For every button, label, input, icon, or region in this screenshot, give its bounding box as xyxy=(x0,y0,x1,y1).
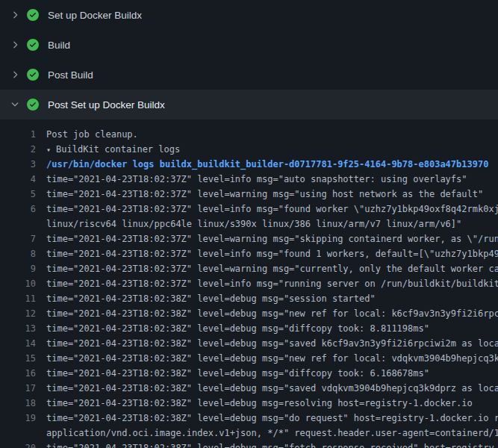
log-line: time="2021-04-23T18:02:37Z" level=info m… xyxy=(36,246,498,261)
line-number[interactable]: 1 xyxy=(0,127,36,142)
chevron-right-icon[interactable] xyxy=(9,39,21,51)
log-group-header[interactable]: ▾BuildKit container logs xyxy=(36,142,498,157)
log-line: time="2021-04-23T18:02:37Z" level=warnin… xyxy=(36,187,498,202)
line-number[interactable]: 4 xyxy=(0,172,36,187)
line-number[interactable]: 12 xyxy=(0,306,36,321)
check-circle-icon xyxy=(27,69,39,81)
log-row: 15time="2021-04-23T18:02:38Z" level=debu… xyxy=(0,351,498,366)
line-number[interactable]: 3 xyxy=(0,157,36,172)
log-row: 16time="2021-04-23T18:02:38Z" level=debu… xyxy=(0,366,498,381)
line-number[interactable]: 14 xyxy=(0,336,36,351)
line-number[interactable]: 8 xyxy=(0,246,36,261)
chevron-right-icon[interactable] xyxy=(9,9,21,21)
log-line: time="2021-04-23T18:02:38Z" level=debug … xyxy=(36,366,498,381)
log-line: time="2021-04-23T18:02:38Z" level=debug … xyxy=(36,321,498,336)
step-title: Post Build xyxy=(48,69,93,81)
log-row: 9time="2021-04-23T18:02:37Z" level=warni… xyxy=(0,261,498,276)
step-list: Set up Docker Buildx Build Post Build xyxy=(0,0,498,119)
line-number[interactable]: 2 xyxy=(0,142,36,157)
log-line: time="2021-04-23T18:02:37Z" level=info m… xyxy=(36,172,498,187)
line-number[interactable]: 13 xyxy=(0,321,36,336)
line-number[interactable]: 20 xyxy=(0,441,36,448)
check-circle-icon xyxy=(27,9,39,21)
log-line: time="2021-04-23T18:02:37Z" level=info m… xyxy=(36,202,498,217)
line-number[interactable]: 7 xyxy=(0,231,36,246)
log-line: time="2021-04-23T18:02:37Z" level=info m… xyxy=(36,276,498,291)
log-pane: 1Post job cleanup.2▾BuildKit container l… xyxy=(0,119,498,448)
line-number-gutter xyxy=(0,217,36,231)
log-row: application/vnd.oci.image.index.v1+json,… xyxy=(0,426,498,441)
line-number[interactable]: 11 xyxy=(0,291,36,306)
line-number[interactable]: 19 xyxy=(0,411,36,426)
line-number[interactable]: 16 xyxy=(0,366,36,381)
log-line: time="2021-04-23T18:02:38Z" level=debug … xyxy=(36,396,498,411)
group-expanded-icon[interactable]: ▾ xyxy=(46,143,51,157)
check-circle-icon xyxy=(27,39,39,51)
group-title: BuildKit container logs xyxy=(56,144,180,155)
line-number[interactable]: 17 xyxy=(0,381,36,396)
line-number[interactable]: 15 xyxy=(0,351,36,366)
log-row: 13time="2021-04-23T18:02:38Z" level=debu… xyxy=(0,321,498,336)
line-number[interactable]: 10 xyxy=(0,276,36,291)
log-row: 8time="2021-04-23T18:02:37Z" level=info … xyxy=(0,246,498,261)
step-title: Set up Docker Buildx xyxy=(48,10,142,21)
log-row: 5time="2021-04-23T18:02:37Z" level=warni… xyxy=(0,187,498,202)
log-line: time="2021-04-23T18:02:37Z" level=warnin… xyxy=(36,231,498,246)
step-header-build[interactable]: Build xyxy=(0,30,498,60)
chevron-down-icon[interactable] xyxy=(9,99,21,111)
step-header-post-set-up-docker-buildx[interactable]: Post Set up Docker Buildx xyxy=(0,90,498,119)
log-row: 7time="2021-04-23T18:02:37Z" level=warni… xyxy=(0,231,498,246)
log-row: 11time="2021-04-23T18:02:38Z" level=debu… xyxy=(0,291,498,306)
log-line: time="2021-04-23T18:02:38Z" level=debug … xyxy=(36,351,498,366)
step-header-set-up-docker-buildx[interactable]: Set up Docker Buildx xyxy=(0,0,498,30)
log-line: time="2021-04-23T18:02:38Z" level=debug … xyxy=(36,441,498,448)
step-title: Build xyxy=(48,40,70,51)
log-row: 20time="2021-04-23T18:02:38Z" level=debu… xyxy=(0,441,498,448)
log-row: 12time="2021-04-23T18:02:38Z" level=debu… xyxy=(0,306,498,321)
step-title: Post Set up Docker Buildx xyxy=(48,99,165,111)
log-row: linux/riscv64 linux/ppc64le linux/s390x … xyxy=(0,217,498,231)
log-row: 10time="2021-04-23T18:02:37Z" level=info… xyxy=(0,276,498,291)
log-line: time="2021-04-23T18:02:38Z" level=debug … xyxy=(36,381,498,396)
line-number-gutter xyxy=(0,426,36,441)
log-row: 6time="2021-04-23T18:02:37Z" level=info … xyxy=(0,202,498,217)
log-row: 2▾BuildKit container logs xyxy=(0,142,498,157)
line-number[interactable]: 18 xyxy=(0,396,36,411)
log-row: 4time="2021-04-23T18:02:37Z" level=info … xyxy=(0,172,498,187)
check-circle-icon xyxy=(27,99,39,111)
log-row: 1Post job cleanup. xyxy=(0,127,498,142)
log-line: time="2021-04-23T18:02:38Z" level=debug … xyxy=(36,306,498,321)
log-row: 3/usr/bin/docker logs buildx_buildkit_bu… xyxy=(0,157,498,172)
log-line: Post job cleanup. xyxy=(36,127,498,142)
log-row: 18time="2021-04-23T18:02:38Z" level=debu… xyxy=(0,396,498,411)
step-header-post-build[interactable]: Post Build xyxy=(0,60,498,90)
log-line: time="2021-04-23T18:02:38Z" level=debug … xyxy=(36,336,498,351)
log-line: application/vnd.oci.image.index.v1+json,… xyxy=(36,426,498,441)
workflow-log-viewer: Set up Docker Buildx Build Post Build xyxy=(0,0,498,448)
log-row: 19time="2021-04-23T18:02:38Z" level=debu… xyxy=(0,411,498,426)
log-line: time="2021-04-23T18:02:38Z" level=debug … xyxy=(36,291,498,306)
log-row: 17time="2021-04-23T18:02:38Z" level=debu… xyxy=(0,381,498,396)
line-number[interactable]: 6 xyxy=(0,202,36,217)
line-number[interactable]: 5 xyxy=(0,187,36,202)
log-line: time="2021-04-23T18:02:37Z" level=warnin… xyxy=(36,261,498,276)
log-line: linux/riscv64 linux/ppc64le linux/s390x … xyxy=(36,217,498,231)
log-row: 14time="2021-04-23T18:02:38Z" level=debu… xyxy=(0,336,498,351)
log-command-line: /usr/bin/docker logs buildx_buildkit_bui… xyxy=(36,157,498,172)
chevron-right-icon[interactable] xyxy=(9,69,21,81)
log-line: time="2021-04-23T18:02:38Z" level=debug … xyxy=(36,411,498,426)
line-number[interactable]: 9 xyxy=(0,261,36,276)
